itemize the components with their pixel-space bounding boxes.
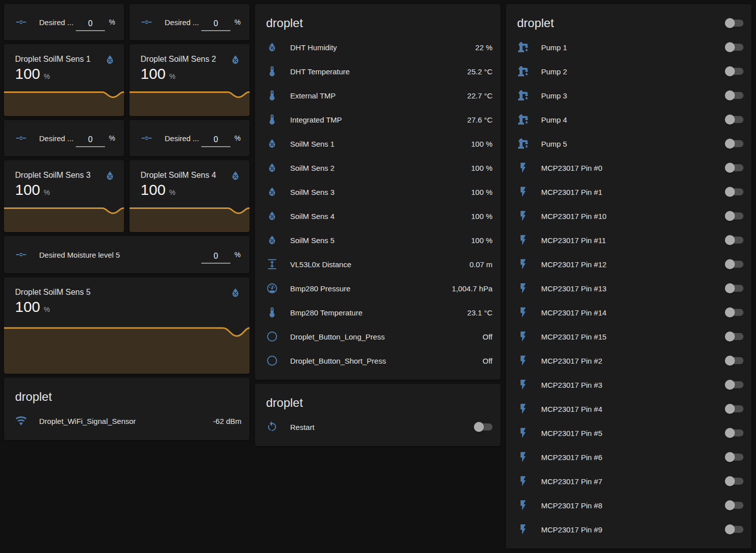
sensor-graph-card[interactable]: Droplet SoilM Sens 1100% xyxy=(4,44,124,116)
sensor-value-number: 100 xyxy=(141,182,166,197)
entity-row[interactable]: MCP23017 Pin #15 xyxy=(517,324,743,349)
history-sparkline xyxy=(4,206,124,232)
entity-toggle[interactable] xyxy=(725,307,743,317)
number-input[interactable]: 0 xyxy=(201,251,230,264)
entity-row[interactable]: SoilM Sens 2100 % xyxy=(266,156,492,180)
entity-toggle[interactable] xyxy=(725,211,743,221)
entities-card: dropletDroplet_WiFi_Signal_Sensor-62 dBm xyxy=(4,378,249,440)
entity-row[interactable]: VL53L0x Distance0.07 m xyxy=(266,252,492,276)
entity-toggle[interactable] xyxy=(725,115,743,125)
card-title: droplet xyxy=(517,16,554,30)
entity-row[interactable]: MCP23017 Pin #6 xyxy=(517,445,743,469)
entity-toggle[interactable] xyxy=(725,42,743,52)
gauge-icon xyxy=(266,282,278,294)
entity-row[interactable]: MCP23017 Pin #1 xyxy=(517,180,743,204)
input-number-label: Desired ... xyxy=(39,18,76,27)
sensor-value-unit: % xyxy=(44,305,50,313)
toggle-thumb xyxy=(725,380,735,390)
entity-row[interactable]: Droplet_Button_Long_PressOff xyxy=(266,324,492,349)
entity-toggle[interactable] xyxy=(725,139,743,149)
entity-row[interactable]: Droplet_WiFi_Signal_Sensor-62 dBm xyxy=(15,409,241,433)
water-pump-icon xyxy=(517,114,529,126)
entity-row[interactable]: MCP23017 Pin #13 xyxy=(517,276,743,300)
entity-name: MCP23017 Pin #10 xyxy=(541,212,725,220)
entity-row[interactable]: DHT Humidity22 % xyxy=(266,35,492,59)
water-percent-icon xyxy=(266,41,278,53)
thermometer-icon xyxy=(266,65,278,77)
entity-row[interactable]: MCP23017 Pin #10 xyxy=(517,204,743,228)
entity-row[interactable]: SoilM Sens 1100 % xyxy=(266,132,492,156)
entity-name: SoilM Sens 1 xyxy=(290,140,465,148)
entity-toggle[interactable] xyxy=(725,428,743,438)
toggle-thumb xyxy=(725,235,735,245)
sensor-graph-card[interactable]: Droplet SoilM Sens 3100% xyxy=(4,160,124,232)
water-pump-icon xyxy=(517,65,529,77)
entity-name: SoilM Sens 4 xyxy=(290,212,465,220)
entity-toggle[interactable] xyxy=(725,524,743,534)
entity-toggle[interactable] xyxy=(725,331,743,342)
entity-name: SoilM Sens 5 xyxy=(290,236,465,245)
entity-row[interactable]: MCP23017 Pin #3 xyxy=(517,373,743,397)
entity-toggle[interactable] xyxy=(725,163,743,173)
entity-row[interactable]: DHT Temperature25.2 °C xyxy=(266,59,492,83)
number-input[interactable]: 0 xyxy=(201,134,230,147)
entity-row[interactable]: Pump 3 xyxy=(517,83,743,107)
entity-row[interactable]: MCP23017 Pin #5 xyxy=(517,421,743,445)
entity-toggle[interactable] xyxy=(725,500,743,510)
sensor-value-number: 100 xyxy=(15,182,40,197)
flash-icon xyxy=(517,234,529,246)
entity-row[interactable]: Droplet_Button_Short_PressOff xyxy=(266,349,492,373)
thermometer-icon xyxy=(266,306,278,318)
entity-row[interactable]: SoilM Sens 4100 % xyxy=(266,204,492,228)
entity-row[interactable]: MCP23017 Pin #7 xyxy=(517,469,743,493)
entity-toggle[interactable] xyxy=(474,422,492,432)
entity-toggle[interactable] xyxy=(725,66,743,76)
entity-row[interactable]: MCP23017 Pin #11 xyxy=(517,228,743,252)
sensor-graph-card[interactable]: Droplet SoilM Sens 4100% xyxy=(130,160,249,232)
entity-row[interactable]: Pump 1 xyxy=(517,35,743,59)
entity-row[interactable]: Bmp280 Temperature23.1 °C xyxy=(266,300,492,324)
entity-row[interactable]: SoilM Sens 3100 % xyxy=(266,180,492,204)
entity-row[interactable]: Pump 4 xyxy=(517,107,743,132)
entity-toggle[interactable] xyxy=(725,356,743,366)
entity-row[interactable]: External TMP22.7 °C xyxy=(266,83,492,107)
entity-toggle[interactable] xyxy=(725,259,743,269)
toggle-thumb xyxy=(725,187,735,197)
entity-toggle[interactable] xyxy=(725,452,743,462)
entity-row[interactable]: MCP23017 Pin #12 xyxy=(517,252,743,276)
sensor-graph-card[interactable]: Droplet SoilM Sens 5100% xyxy=(4,277,249,374)
entity-row[interactable]: MCP23017 Pin #8 xyxy=(517,493,743,517)
entity-row[interactable]: MCP23017 Pin #0 xyxy=(517,156,743,180)
entity-row[interactable]: Pump 2 xyxy=(517,59,743,83)
entity-row[interactable]: Bmp280 Pressure1,004.7 hPa xyxy=(266,276,492,300)
entity-toggle[interactable] xyxy=(725,235,743,245)
entity-row[interactable]: MCP23017 Pin #9 xyxy=(517,517,743,541)
entity-row[interactable]: Restart xyxy=(266,415,492,439)
entity-row[interactable]: MCP23017 Pin #2 xyxy=(517,349,743,373)
sensor-graph-card[interactable]: Droplet SoilM Sens 2100% xyxy=(130,44,249,116)
card-header-toggle[interactable] xyxy=(725,18,743,28)
entity-row[interactable]: SoilM Sens 5100 % xyxy=(266,228,492,252)
entity-value: 22.7 °C xyxy=(467,91,492,100)
entity-toggle[interactable] xyxy=(725,404,743,414)
flash-icon xyxy=(517,427,529,439)
entity-toggle[interactable] xyxy=(725,187,743,197)
number-input[interactable]: 0 xyxy=(201,18,230,31)
flash-icon xyxy=(517,162,529,174)
entity-toggle[interactable] xyxy=(725,476,743,486)
number-input[interactable]: 0 xyxy=(76,18,105,31)
entity-row[interactable]: MCP23017 Pin #14 xyxy=(517,300,743,324)
card-header: droplet xyxy=(255,4,500,35)
entity-toggle[interactable] xyxy=(725,90,743,100)
entity-toggle[interactable] xyxy=(725,283,743,293)
water-percent-icon xyxy=(229,287,241,299)
entity-row[interactable]: MCP23017 Pin #4 xyxy=(517,397,743,421)
column-left: Desired ...0%Desired ...0% Droplet SoilM… xyxy=(4,4,249,440)
number-input[interactable]: 0 xyxy=(76,134,105,147)
entity-toggle[interactable] xyxy=(725,380,743,390)
entity-row[interactable]: Integrated TMP27.6 °C xyxy=(266,107,492,132)
flash-icon xyxy=(517,186,529,198)
entity-name: SoilM Sens 3 xyxy=(290,188,465,196)
entity-name: Pump 5 xyxy=(541,140,725,148)
entity-row[interactable]: Pump 5 xyxy=(517,132,743,156)
